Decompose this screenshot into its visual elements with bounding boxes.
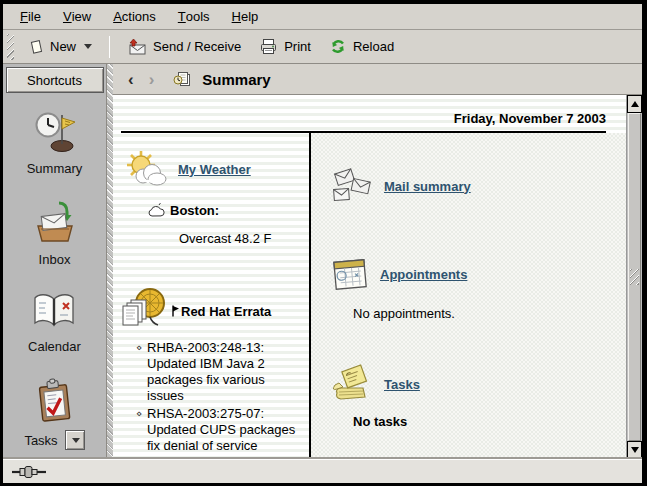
back-button[interactable]: ‹ xyxy=(125,71,137,88)
errata-title[interactable]: Red Hat Errata xyxy=(181,304,271,319)
appointments-section-header: Appointments xyxy=(329,253,626,295)
calendar-book-icon xyxy=(30,291,78,333)
new-document-icon xyxy=(28,39,44,55)
tasks-row: Tasks xyxy=(24,430,84,450)
menu-actions[interactable]: Actions xyxy=(102,4,167,29)
right-column: Mail summary xyxy=(311,133,626,459)
date-wrap: Friday, November 7 2003 xyxy=(113,95,626,133)
reload-button[interactable]: Reload xyxy=(321,34,402,59)
errata-papers-icon xyxy=(121,286,169,336)
mail-section-header: Mail summary xyxy=(329,165,626,207)
shortcuts-sidebar: Shortcuts Summary xyxy=(3,64,107,459)
toolbar-separator xyxy=(109,36,110,58)
tasks-clipboard-icon xyxy=(32,378,76,424)
sidebar-item-label: Calendar xyxy=(28,339,81,354)
tasks-link[interactable]: Tasks xyxy=(384,377,420,392)
weather-link[interactable]: My Weather xyxy=(178,162,251,177)
summary-columns: My Weather Boston: xyxy=(121,133,626,459)
send-receive-icon xyxy=(127,38,147,55)
sidebar-item-tasks[interactable]: Tasks xyxy=(24,378,84,450)
sidebar-item-calendar[interactable]: Calendar xyxy=(28,291,81,354)
left-column: My Weather Boston: xyxy=(121,133,311,459)
forward-button[interactable]: › xyxy=(146,71,158,88)
print-icon xyxy=(259,38,278,55)
scrollbar-thumb[interactable] xyxy=(628,113,641,441)
menubar: FileViewActionsToolsHelp xyxy=(3,4,642,30)
errata-list: RHBA-2003:248-13: Updated IBM Java 2 pac… xyxy=(123,340,301,454)
online-status-plug-icon[interactable] xyxy=(12,465,48,479)
errata-title-row: Red Hat Errata xyxy=(172,304,271,319)
menu-help[interactable]: Help xyxy=(221,4,270,29)
menu-view[interactable]: View xyxy=(52,4,102,29)
errata-item: RHSA-2003:275-07: Updated CUPS packages … xyxy=(147,406,301,454)
menu-tools[interactable]: Tools xyxy=(167,4,221,29)
body: Shortcuts Summary xyxy=(3,64,642,459)
summary-clock-icon xyxy=(32,109,78,155)
summary-date: Friday, November 7 2003 xyxy=(121,111,606,126)
chevron-down-icon xyxy=(72,438,80,443)
send-receive-label: Send / Receive xyxy=(153,39,241,54)
tasks-section-header: Tasks xyxy=(329,363,626,405)
sidebar-item-inbox[interactable]: Inbox xyxy=(32,200,78,267)
reload-label: Reload xyxy=(353,39,394,54)
inbox-tray-icon xyxy=(32,200,78,246)
arrow-down-icon xyxy=(631,447,639,453)
summary-folder-icon xyxy=(172,71,191,88)
vertical-scrollbar xyxy=(626,95,642,459)
folder-header: ‹ › Summary xyxy=(113,64,642,95)
content-row: Friday, November 7 2003 xyxy=(113,95,642,459)
print-button[interactable]: Print xyxy=(251,34,319,59)
sidebar-item-summary[interactable]: Summary xyxy=(27,109,83,176)
flag-icon xyxy=(172,305,179,317)
shortcuts-group-button[interactable]: Shortcuts xyxy=(6,67,104,93)
folder-title: Summary xyxy=(202,71,270,88)
tasks-notes-icon xyxy=(329,363,375,405)
shortcut-combo-button[interactable] xyxy=(65,430,85,450)
errata-item: RHBA-2003:248-13: Updated IBM Java 2 pac… xyxy=(147,340,301,404)
main-pane: ‹ › Summary Friday, xyxy=(113,64,642,459)
weather-condition: Overcast 48.2 F xyxy=(179,231,301,246)
weather-city-row: Boston: xyxy=(147,203,301,218)
scroll-up-button[interactable] xyxy=(627,95,642,113)
evolution-window: FileViewActionsToolsHelp New Send / Rece… xyxy=(0,0,647,486)
appointments-link[interactable]: Appointments xyxy=(380,267,467,282)
reload-icon xyxy=(329,38,347,55)
toolbar-grip[interactable] xyxy=(7,34,14,60)
mail-summary-link[interactable]: Mail summary xyxy=(384,179,471,194)
print-label: Print xyxy=(284,39,311,54)
cloud-glyph-icon xyxy=(147,203,165,218)
statusbar xyxy=(3,459,642,483)
no-tasks-text: No tasks xyxy=(353,414,626,429)
menu-file[interactable]: File xyxy=(9,4,52,29)
weather-sun-cloud-icon xyxy=(123,149,169,189)
toolbar: New Send / Receive xyxy=(3,30,642,64)
send-receive-button[interactable]: Send / Receive xyxy=(119,34,249,59)
arrow-up-icon xyxy=(631,101,639,107)
sidebar-item-label: Tasks xyxy=(24,433,57,448)
new-button-label: New xyxy=(50,39,76,54)
summary-content: Friday, November 7 2003 xyxy=(113,95,626,459)
no-appointments-text: No appointments. xyxy=(353,306,626,321)
new-button[interactable]: New xyxy=(20,35,100,59)
weather-city: Boston: xyxy=(170,203,219,218)
weather-section-header: My Weather xyxy=(123,149,301,189)
scroll-down-button[interactable] xyxy=(627,441,642,459)
sidebar-item-label: Inbox xyxy=(39,252,71,267)
errata-section-header: Red Hat Errata xyxy=(121,286,301,336)
appointments-calendar-icon xyxy=(329,253,371,295)
mail-envelopes-icon xyxy=(329,165,375,207)
chevron-down-icon xyxy=(84,44,92,49)
sidebar-item-label: Summary xyxy=(27,161,83,176)
